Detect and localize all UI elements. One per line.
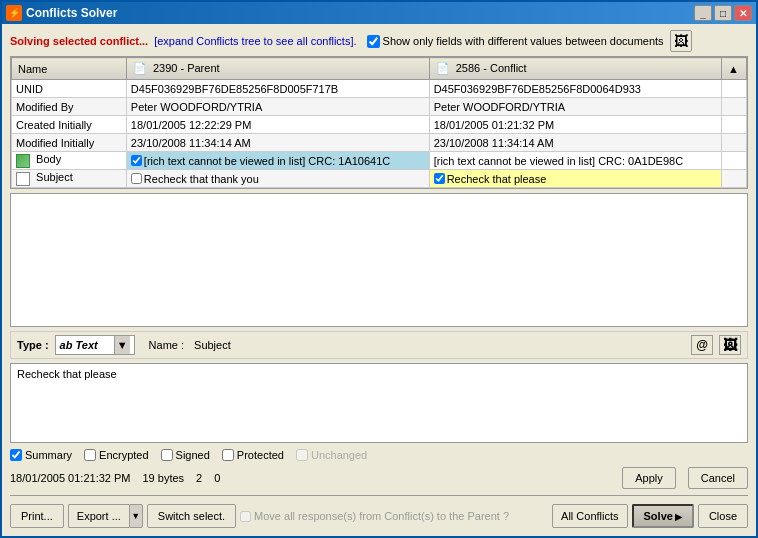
summary-label: Summary <box>25 449 72 461</box>
attach-button[interactable]: 🖼 <box>719 335 741 355</box>
row-parent-unid[interactable]: D45F036929BF76DE85256F8D005F717B <box>126 80 429 98</box>
protected-checkbox[interactable] <box>222 449 234 461</box>
switch-select-button[interactable]: Switch select. <box>147 504 236 528</box>
type-row: Type : ab Text ▼ Name : Subject @ 🖼 <box>10 331 748 359</box>
col-header-name: Name <box>12 58 127 80</box>
window-controls: _ □ ✕ <box>694 5 752 21</box>
scroll-cell <box>722 170 747 188</box>
solve-button[interactable]: Solve <box>632 504 694 528</box>
row-conflict-created[interactable]: 18/01/2005 01:21:32 PM <box>429 116 721 134</box>
row-name-body: Body <box>12 152 127 170</box>
at-button[interactable]: @ <box>691 335 713 355</box>
maximize-button[interactable]: □ <box>714 5 732 21</box>
table-row: UNID D45F036929BF76DE85256F8D005F717B D4… <box>12 80 747 98</box>
unchanged-checkbox <box>296 449 308 461</box>
row-parent-body[interactable]: [rich text cannot be viewed in list] CRC… <box>126 152 429 170</box>
encrypted-checkbox[interactable] <box>84 449 96 461</box>
body-parent-checkbox[interactable] <box>131 155 142 166</box>
conflicts-table: Name 📄 2390 - Parent 📄 2586 - Conflict ▲ <box>11 57 747 188</box>
summary-checkbox-label[interactable]: Summary <box>10 449 72 461</box>
row-parent-modified[interactable]: 23/10/2008 11:34:14 AM <box>126 134 429 152</box>
move-checkbox <box>240 511 251 522</box>
apply-button[interactable]: Apply <box>622 467 676 489</box>
unchanged-label: Unchanged <box>311 449 367 461</box>
title-bar: ⚡ Conflicts Solver _ □ ✕ <box>2 2 756 24</box>
info-col4: 0 <box>214 472 220 484</box>
move-label: Move all response(s) from Conflict(s) to… <box>254 510 509 522</box>
print-button[interactable]: Print... <box>10 504 64 528</box>
conflict-file-icon: 📄 <box>436 62 450 75</box>
row-conflict-body[interactable]: [rich text cannot be viewed in list] CRC… <box>429 152 721 170</box>
body-parent-checked: [rich text cannot be viewed in list] CRC… <box>131 155 425 167</box>
export-button-group: Export ... ▼ <box>68 504 143 528</box>
main-window: ⚡ Conflicts Solver _ □ ✕ Solving selecte… <box>0 0 758 538</box>
row-parent-created[interactable]: 18/01/2005 12:22:29 PM <box>126 116 429 134</box>
scroll-cell <box>722 152 747 170</box>
type-dropdown-arrow[interactable]: ▼ <box>114 336 130 354</box>
row-conflict-subject[interactable]: Recheck that please <box>429 170 721 188</box>
show-diff-label[interactable]: Show only fields with different values b… <box>367 35 664 48</box>
name-label: Name : <box>149 339 184 351</box>
minimize-button[interactable]: _ <box>694 5 712 21</box>
divider <box>10 495 748 496</box>
subject-icon <box>16 172 30 186</box>
close-window-button[interactable]: ✕ <box>734 5 752 21</box>
row-conflict-unid[interactable]: D45F036929BF76DE85256F8D0064D933 <box>429 80 721 98</box>
subject-parent-checked: Recheck that thank you <box>131 173 425 185</box>
row-name-modifiedby: Modified By <box>12 98 127 116</box>
subject-conflict-checkbox[interactable] <box>434 173 445 184</box>
info-date: 18/01/2005 01:21:32 PM <box>10 472 130 484</box>
table-row: Subject Recheck that thank you Rechec <box>12 170 747 188</box>
show-diff-text: Show only fields with different values b… <box>383 35 664 47</box>
type-dropdown[interactable]: ab Text ▼ <box>55 335 135 355</box>
table-row: Modified By Peter WOODFORD/YTRIA Peter W… <box>12 98 747 116</box>
signed-checkbox-label[interactable]: Signed <box>161 449 210 461</box>
signed-label: Signed <box>176 449 210 461</box>
protected-checkbox-label[interactable]: Protected <box>222 449 284 461</box>
subject-conflict-checked: Recheck that please <box>434 173 717 185</box>
info-col3: 2 <box>196 472 202 484</box>
expand-text: [expand Conflicts tree to see all confli… <box>154 35 356 47</box>
summary-checkbox[interactable] <box>10 449 22 461</box>
text-preview: Recheck that please <box>10 363 748 443</box>
row-name-created: Created Initially <box>12 116 127 134</box>
close-button[interactable]: Close <box>698 504 748 528</box>
encrypted-label: Encrypted <box>99 449 149 461</box>
scroll-cell <box>722 116 747 134</box>
preview-text: Recheck that please <box>17 368 117 380</box>
all-conflicts-button[interactable]: All Conflicts <box>552 504 627 528</box>
unchanged-checkbox-label[interactable]: Unchanged <box>296 449 367 461</box>
row-name-unid: UNID <box>12 80 127 98</box>
table-row: Body [rich text cannot be viewed in list… <box>12 152 747 170</box>
info-size: 19 bytes <box>142 472 184 484</box>
show-diff-button[interactable]: 🖼 <box>670 30 692 52</box>
type-label: Type : <box>17 339 49 351</box>
cancel-button[interactable]: Cancel <box>688 467 748 489</box>
row-name-subject: Subject <box>12 170 127 188</box>
row-name-modified: Modified Initially <box>12 134 127 152</box>
col-scroll-header: ▲ <box>722 58 747 80</box>
solving-text: Solving selected conflict... <box>10 35 148 47</box>
encrypted-checkbox-label[interactable]: Encrypted <box>84 449 149 461</box>
scroll-cell <box>722 98 747 116</box>
bottom-row: Print... Export ... ▼ Switch select. Mov… <box>10 502 748 530</box>
scroll-cell <box>722 134 747 152</box>
row-conflict-modified[interactable]: 23/10/2008 11:34:14 AM <box>429 134 721 152</box>
subject-parent-checkbox[interactable] <box>131 173 142 184</box>
export-button[interactable]: Export ... <box>68 504 129 528</box>
row-conflict-modifiedby[interactable]: Peter WOODFORD/YTRIA <box>429 98 721 116</box>
col-header-parent: 📄 2390 - Parent <box>126 58 429 80</box>
conflicts-table-area: Name 📄 2390 - Parent 📄 2586 - Conflict ▲ <box>10 56 748 189</box>
show-diff-checkbox[interactable] <box>367 35 380 48</box>
table-row: Created Initially 18/01/2005 12:22:29 PM… <box>12 116 747 134</box>
signed-checkbox[interactable] <box>161 449 173 461</box>
row-parent-subject[interactable]: Recheck that thank you <box>126 170 429 188</box>
toolbar-row: Solving selected conflict... [expand Con… <box>10 30 748 52</box>
window-icon: ⚡ <box>6 5 22 21</box>
window-title: Conflicts Solver <box>26 6 694 20</box>
export-dropdown-arrow[interactable]: ▼ <box>129 504 143 528</box>
row-parent-modifiedby[interactable]: Peter WOODFORD/YTRIA <box>126 98 429 116</box>
empty-area <box>10 193 748 327</box>
info-row: 18/01/2005 01:21:32 PM 19 bytes 2 0 Appl… <box>10 467 748 489</box>
parent-file-icon: 📄 <box>133 62 147 75</box>
